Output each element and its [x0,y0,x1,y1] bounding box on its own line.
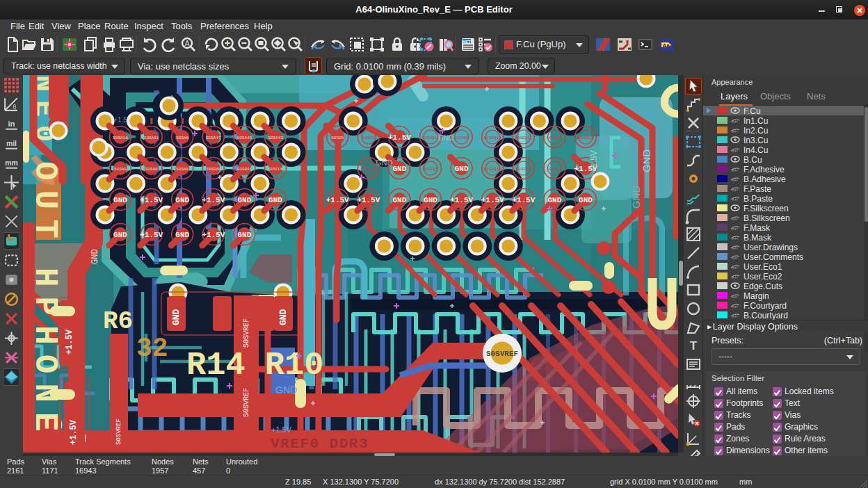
svg-text:GND: GND [630,186,642,209]
svg-text:T: T [690,339,698,352]
svg-text:32: 32 [136,334,168,364]
svg-text:R6: R6 [103,307,133,336]
svg-text:S0SA43: S0SA43 [268,136,283,140]
svg-text:S0SA10: S0SA10 [113,136,128,140]
svg-text:GND: GND [424,196,437,204]
svg-text:S0SVREF: S0SVREF [115,418,122,445]
svg-text:S0SVREF: S0SVREF [243,318,250,348]
svg-text:+1.5V: +1.5V [450,196,473,204]
svg-text:mm: mm [5,159,18,167]
svg-text:S0SDQ1: S0SDQ1 [516,167,531,172]
svg-text:S0SA6: S0SA6 [145,167,158,172]
svg-text:VREF0 DDR3: VREF0 DDR3 [271,436,369,452]
svg-text:GND: GND [237,231,251,239]
svg-text:GND: GND [171,309,182,325]
svg-text:S1SIN: S1SIN [362,136,375,140]
svg-text:+1.5V: +1.5V [140,231,163,239]
svg-text:S0SDQ9: S0SDQ9 [547,167,563,172]
svg-text:+1.5V: +1.5V [326,196,349,204]
svg-text:R14 R10: R14 R10 [186,347,323,384]
svg-text:GND: GND [175,231,189,239]
svg-text:GND: GND [268,196,282,204]
svg-text:GND: GND [547,196,561,204]
svg-text:GND: GND [641,149,652,173]
svg-text:GND: GND [113,231,127,239]
svg-text:S0SDQ6: S0SDQ6 [454,136,469,140]
svg-text:HPHONE: HPHONE [26,268,63,441]
svg-text:+1.5V: +1.5V [589,150,599,172]
svg-text:OUT: OUT [26,161,63,248]
svg-text:+1.5V: +1.5V [357,196,380,204]
svg-text:Aa: Aa [662,42,670,49]
svg-text:GND: GND [455,165,469,173]
svg-text:S7SDQ5: S7SDQ5 [361,167,376,172]
svg-text:S0SIN: S0SIN [331,136,344,140]
svg-text:+1.5V: +1.5V [202,196,225,204]
svg-text:S0SDQ11: S0SDQ11 [515,136,533,140]
svg-text:in: in [8,120,15,128]
svg-text:S0SVREF: S0SVREF [486,350,518,358]
svg-text:+1.5V: +1.5V [481,196,504,204]
svg-text:S0SDQ16: S0SDQ16 [484,167,502,172]
svg-text:GND: GND [392,196,406,204]
svg-text:+1.5V: +1.5V [388,133,411,142]
svg-text:GND: GND [376,158,393,167]
svg-text:S0SDQ14: S0SDQ14 [484,136,502,140]
svg-text:GND: GND [278,309,289,325]
svg-text:S0SA45: S0SA45 [237,136,252,140]
svg-text:mil: mil [6,140,17,147]
svg-text:GND: GND [90,249,100,264]
svg-text:GND: GND [392,165,406,173]
svg-text:S0SBA1: S0SBA1 [237,167,252,172]
svg-text:GND: GND [175,196,189,204]
svg-text:S0SA8: S0SA8 [114,167,127,172]
svg-text:+1.5V: +1.5V [140,196,163,204]
svg-text:A: A [185,40,190,47]
svg-text:+1.5V: +1.5V [202,231,225,239]
svg-text:GND: GND [237,196,251,204]
svg-text:+1.5V: +1.5V [113,116,132,124]
svg-text:+1.5V: +1.5V [271,425,292,434]
svg-text:GND: GND [113,196,127,204]
svg-text:S0SA6: S0SA6 [176,136,188,140]
svg-text:S0SDQ5: S0SDQ5 [423,167,438,172]
svg-text:+1.5V: +1.5V [69,419,79,445]
svg-text:S0SDQ19: S0SDQ19 [577,136,595,140]
svg-text:GND: GND [579,196,593,204]
svg-text:S0SA11: S0SA11 [144,136,159,140]
svg-text:NET: NET [463,40,471,44]
svg-text:GND: GND [275,384,297,396]
svg-text:GND: GND [438,134,453,142]
svg-text:S0SVREF: S0SVREF [243,388,250,417]
svg-text:θ: θ [13,104,17,111]
svg-text:S0SA0: S0SA0 [176,167,188,172]
svg-text:+1.5V: +1.5V [65,329,74,355]
svg-text:S0SDQ13: S0SDQ13 [421,136,440,140]
svg-text:S0SCLK: S0SCLK [268,167,283,172]
svg-text:S9SBA0: S9SBA0 [206,167,221,172]
svg-text:S0SA47: S0SA47 [206,136,221,140]
svg-text:+1.5V: +1.5V [512,196,535,204]
svg-text:S0SDQ3: S0SDQ3 [547,136,563,140]
